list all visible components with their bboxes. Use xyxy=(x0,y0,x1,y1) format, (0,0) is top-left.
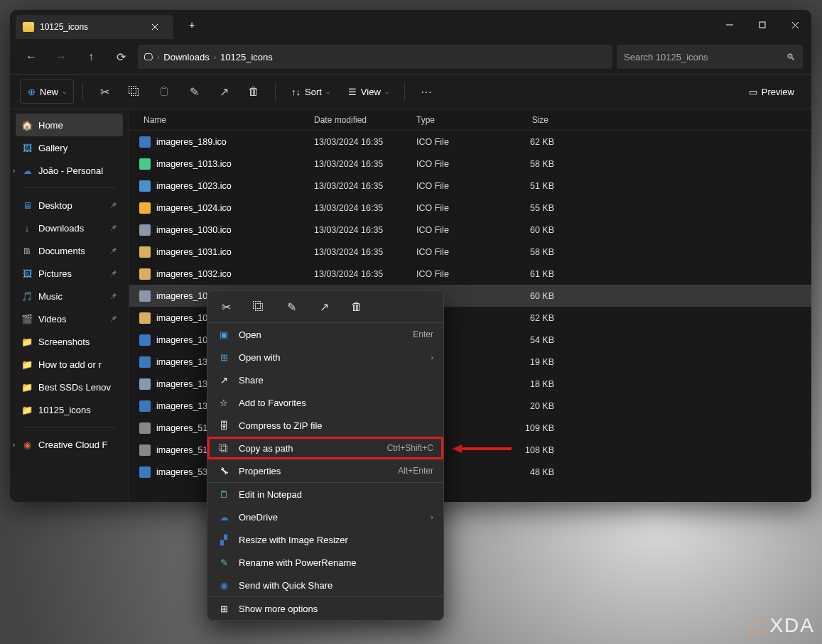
tab-current[interactable]: 10125_icons xyxy=(16,15,173,39)
col-type[interactable]: Type xyxy=(416,115,500,125)
file-icon xyxy=(139,180,151,192)
delete-button[interactable]: 🗑︎ xyxy=(241,80,266,104)
file-icon xyxy=(139,334,151,346)
svg-marker-3 xyxy=(452,444,462,453)
file-size: 62 KB xyxy=(500,137,554,147)
preview-button[interactable]: ▭ Preview xyxy=(742,80,801,104)
maximize-button[interactable] xyxy=(746,10,779,40)
share-icon[interactable]: ↗ xyxy=(315,298,332,315)
ctx-more-options[interactable]: ⊞Show more options xyxy=(207,597,443,620)
folder-icon: 📁 xyxy=(21,336,33,347)
sidebar-desktop[interactable]: 🖥Desktop📌︎ xyxy=(16,194,123,217)
ctx-notepad[interactable]: 🗒︎Edit in Notepad xyxy=(207,483,443,506)
delete-icon[interactable]: 🗑︎ xyxy=(348,298,365,315)
openwith-icon: ⊞ xyxy=(217,351,230,364)
sidebar-gallery[interactable]: 🖼Gallery xyxy=(16,136,123,159)
breadcrumb-sep: › xyxy=(157,53,159,61)
titlebar: 10125_icons + xyxy=(10,10,811,40)
file-icon xyxy=(139,268,151,280)
pin-icon: 📌︎ xyxy=(109,224,117,232)
col-date[interactable]: Date modified xyxy=(314,115,416,125)
ctx-resize[interactable]: ▞Resize with Image Resizer xyxy=(207,528,443,551)
ctx-compress[interactable]: 🗄︎Compress to ZIP file xyxy=(207,414,443,437)
rename-icon[interactable]: ✎ xyxy=(283,298,300,315)
ctx-onedrive[interactable]: ☁OneDrive› xyxy=(207,506,443,528)
ctx-quickshare[interactable]: ◉Send with Quick Share xyxy=(207,574,443,596)
ctx-open-with[interactable]: ⊞Open with› xyxy=(207,346,443,369)
pictures-icon: 🖼 xyxy=(21,268,33,279)
sidebar-pictures[interactable]: 🖼Pictures📌︎ xyxy=(16,262,123,285)
cut-icon[interactable]: ✂ xyxy=(217,298,234,315)
back-button[interactable]: ← xyxy=(18,44,44,70)
paste-button[interactable]: 📋︎ xyxy=(151,80,177,104)
col-name[interactable]: Name xyxy=(129,115,314,125)
share-button[interactable]: ↗ xyxy=(211,80,237,104)
file-icon xyxy=(139,444,151,456)
new-tab-button[interactable]: + xyxy=(180,13,203,36)
folder-icon: 📁 xyxy=(21,359,33,370)
file-name: imageres_1032.ico xyxy=(156,269,232,279)
file-size: 48 KB xyxy=(500,467,554,477)
sidebar-screenshots[interactable]: 📁Screenshots xyxy=(16,330,123,353)
new-button[interactable]: ⊕ New ⌵ xyxy=(20,80,74,104)
refresh-button[interactable]: ⟳ xyxy=(108,44,134,70)
sidebar-folder-item[interactable]: 📁How to add or r xyxy=(16,353,123,376)
sort-button[interactable]: ↑↓ Sort ⌵ xyxy=(284,80,337,104)
copy-button[interactable]: ⿻ xyxy=(121,80,147,104)
pin-icon: 📌︎ xyxy=(109,201,117,209)
search-placeholder: Search 10125_icons xyxy=(624,52,708,62)
ctx-favorites[interactable]: ☆Add to Favorites xyxy=(207,391,443,414)
sidebar-folder-item[interactable]: 📁10125_icons xyxy=(16,398,123,421)
cut-button[interactable]: ✂ xyxy=(92,80,117,104)
monitor-icon: 🖵 xyxy=(144,52,153,62)
file-row[interactable]: imageres_1024.ico13/03/2024 16:35ICO Fil… xyxy=(129,197,811,219)
breadcrumb-downloads[interactable]: Downloads xyxy=(163,52,209,62)
chevron-down-icon: ⌵ xyxy=(63,88,66,95)
ctx-properties[interactable]: 🔧︎PropertiesAlt+Enter xyxy=(207,459,443,482)
ctx-open[interactable]: ▣OpenEnter xyxy=(207,323,443,346)
forward-button[interactable]: → xyxy=(48,44,74,70)
file-name: imageres_1031.ico xyxy=(156,247,232,257)
context-menu: ✂ ⿻ ✎ ↗ 🗑︎ ▣OpenEnter ⊞Open with› ↗Share… xyxy=(207,290,444,621)
ctx-share[interactable]: ↗Share xyxy=(207,369,443,391)
view-button[interactable]: ☰ View ⌵ xyxy=(341,80,396,104)
file-type: ICO File xyxy=(416,181,500,191)
pin-icon: 📌︎ xyxy=(109,246,117,255)
minimize-button[interactable] xyxy=(713,10,746,40)
file-row[interactable]: imageres_1030.ico13/03/2024 16:35ICO Fil… xyxy=(129,219,811,241)
file-date: 13/03/2024 16:35 xyxy=(314,137,416,147)
sidebar-music[interactable]: 🎵Music📌︎ xyxy=(16,285,123,307)
file-row[interactable]: imageres_1031.ico13/03/2024 16:35ICO Fil… xyxy=(129,241,811,263)
sidebar-documents[interactable]: 🗎Documents📌︎ xyxy=(16,239,123,262)
sidebar-creative-cloud[interactable]: ›◉Creative Cloud F xyxy=(16,433,123,456)
breadcrumb-current[interactable]: 10125_icons xyxy=(220,52,273,62)
sidebar-home[interactable]: 🏠Home xyxy=(16,114,123,136)
address-bar[interactable]: 🖵 › Downloads › 10125_icons xyxy=(138,45,612,69)
ctx-powerrename[interactable]: ✎Rename with PowerRename xyxy=(207,551,443,574)
context-icon-row: ✂ ⿻ ✎ ↗ 🗑︎ xyxy=(207,291,443,322)
rename-button[interactable]: ✎ xyxy=(181,80,207,104)
copy-icon[interactable]: ⿻ xyxy=(250,298,267,315)
file-icon xyxy=(139,466,151,478)
more-button[interactable]: ⋯ xyxy=(413,80,439,104)
annotation-arrow xyxy=(452,443,512,454)
tab-close-button[interactable] xyxy=(145,17,165,37)
sidebar-folder-item[interactable]: 📁Best SSDs Lenov xyxy=(16,376,123,398)
ctx-copy-as-path[interactable]: ⿻Copy as pathCtrl+Shift+C xyxy=(207,437,443,459)
file-row[interactable]: imageres_189.ico13/03/2024 16:35ICO File… xyxy=(129,131,811,153)
toolbar: ⊕ New ⌵ ✂ ⿻ 📋︎ ✎ ↗ 🗑︎ ↑↓ Sort ⌵ ☰ View ⌵… xyxy=(10,74,811,109)
file-row[interactable]: imageres_1032.ico13/03/2024 16:35ICO Fil… xyxy=(129,263,811,285)
file-icon xyxy=(139,290,151,302)
search-box[interactable]: Search 10125_icons 🔍︎ xyxy=(617,45,803,69)
file-row[interactable]: imageres_1013.ico13/03/2024 16:35ICO Fil… xyxy=(129,153,811,175)
sidebar-onedrive-personal[interactable]: ›☁João - Personal xyxy=(16,159,123,182)
sidebar-videos[interactable]: 🎬Videos📌︎ xyxy=(16,307,123,330)
close-button[interactable] xyxy=(779,10,811,40)
file-type: ICO File xyxy=(416,203,500,213)
col-size[interactable]: Size xyxy=(500,115,554,125)
file-icon xyxy=(139,400,151,412)
sidebar-downloads[interactable]: ↓Downloads📌︎ xyxy=(16,217,123,239)
file-icon xyxy=(139,378,151,390)
up-button[interactable]: ↑ xyxy=(78,44,104,70)
file-row[interactable]: imageres_1023.ico13/03/2024 16:35ICO Fil… xyxy=(129,175,811,197)
